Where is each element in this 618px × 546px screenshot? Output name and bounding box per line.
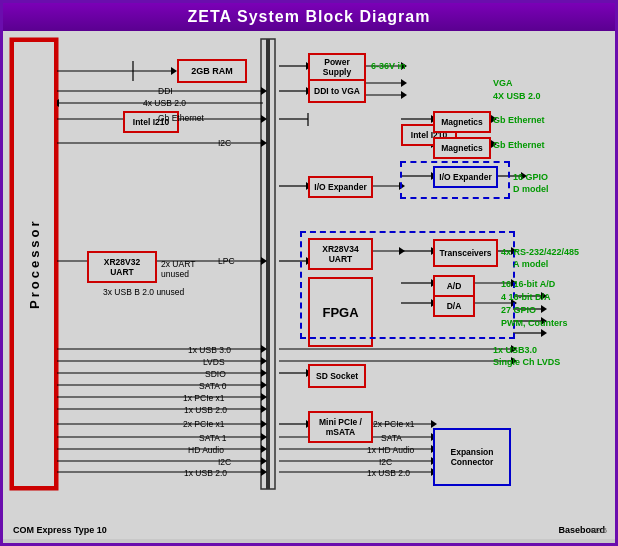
label-usb2-1x-2: 1x USB 2.0 bbox=[184, 468, 227, 478]
title-bar: ZETA System Block Diagram bbox=[3, 3, 615, 31]
label-dac-16: 4 16-bit D/A bbox=[501, 292, 551, 302]
com-express-connector bbox=[261, 39, 275, 489]
xr28v32-box: XR28V32 UART bbox=[87, 251, 157, 283]
label-sata-r: SATA bbox=[381, 433, 402, 443]
label-3x-usb2: 3x USB B 2.0 unused bbox=[103, 287, 184, 297]
svg-marker-96 bbox=[541, 329, 547, 337]
processor-label: Processor bbox=[27, 219, 42, 310]
label-i2c-1: I2C bbox=[218, 138, 231, 148]
label-pcie-1x-1: 1x PCIe x1 bbox=[183, 393, 225, 403]
label-usb2-r: 1x USB 2.0 bbox=[367, 468, 410, 478]
label-adc-16: 16 16-bit A/D bbox=[501, 279, 555, 289]
page-title: ZETA System Block Diagram bbox=[188, 8, 431, 25]
svg-marker-92 bbox=[541, 305, 547, 313]
label-lvds: Single Ch LVDS bbox=[493, 357, 560, 367]
label-usb2-right: 4X USB 2.0 bbox=[493, 91, 541, 101]
label-usb2-1x-1: 1x USB 2.0 bbox=[184, 405, 227, 415]
bottom-labels: COM Express Type 10 Baseboard bbox=[3, 525, 615, 535]
label-2x-uart: 2x UART unused bbox=[161, 259, 195, 279]
label-gb-eth: Gb Ethernet bbox=[158, 113, 204, 123]
label-gb-eth-2: Gb Ethernet bbox=[493, 140, 545, 150]
label-hd-audio-r: 1x HD Audio bbox=[367, 445, 414, 455]
magnetics-1-box: Magnetics bbox=[433, 111, 491, 133]
label-sata1: SATA 1 bbox=[199, 433, 227, 443]
label-2x-pcie: 2x PCIe x1 bbox=[183, 419, 225, 429]
ram-box: 2GB RAM bbox=[177, 59, 247, 83]
label-4x-usb2: 4x USB 2.0 bbox=[143, 98, 186, 108]
label-gb-eth-1: Gb Ethernet bbox=[493, 115, 545, 125]
label-16-gpio: 16 GPIO bbox=[513, 172, 548, 182]
label-sata0: SATA 0 bbox=[199, 381, 227, 391]
label-a-model: A model bbox=[513, 259, 548, 269]
label-d-model: D model bbox=[513, 184, 549, 194]
label-gpio-27: 27 GPIO bbox=[501, 305, 536, 315]
processor-box: Processor bbox=[11, 39, 57, 489]
label-hd-audio-l: HD Audio bbox=[188, 445, 224, 455]
outer-container: ZETA System Block Diagram bbox=[0, 0, 618, 546]
ddi-to-vga-box: DDI to VGA bbox=[308, 79, 366, 103]
svg-marker-52 bbox=[401, 91, 407, 99]
version-label: V2.6 bbox=[591, 526, 607, 535]
svg-marker-50 bbox=[401, 79, 407, 87]
label-lvds-lbl: LVDS bbox=[203, 357, 225, 367]
magnetics-2-box: Magnetics bbox=[433, 137, 491, 159]
label-6-36v: 6-36V in bbox=[371, 61, 406, 71]
a-model-dashed-box bbox=[300, 231, 515, 339]
io-expander-left-box: I/O Expander bbox=[308, 176, 373, 198]
label-ddi: DDI bbox=[158, 86, 173, 96]
diagram-area: Processor 2GB RAM Power Supply DDI to VG… bbox=[3, 31, 615, 539]
label-pcie-2x-r: 2x PCIe x1 bbox=[373, 419, 415, 429]
sd-socket-box: SD Socket bbox=[308, 364, 366, 388]
expansion-connector-box: Expansion Connector bbox=[433, 428, 511, 486]
label-usb3: 1x USB3.0 bbox=[493, 345, 537, 355]
label-rs232: 4x RS-232/422/485 bbox=[501, 247, 579, 257]
label-lpc: LPC bbox=[218, 256, 235, 266]
com-express-label: COM Express Type 10 bbox=[13, 525, 107, 535]
label-i2c-2: I2C bbox=[218, 457, 231, 467]
label-vga: VGA bbox=[493, 78, 513, 88]
d-model-dashed-box bbox=[400, 161, 510, 199]
svg-marker-106 bbox=[431, 420, 437, 428]
label-i2c-r: I2C bbox=[379, 457, 392, 467]
mini-pcie-box: Mini PCIe / mSATA bbox=[308, 411, 373, 443]
label-pwm: PWM, Counters bbox=[501, 318, 568, 328]
label-sdio: SDIO bbox=[205, 369, 226, 379]
power-supply-box: Power Supply bbox=[308, 53, 366, 81]
label-1x-usb3: 1x USB 3.0 bbox=[188, 345, 231, 355]
